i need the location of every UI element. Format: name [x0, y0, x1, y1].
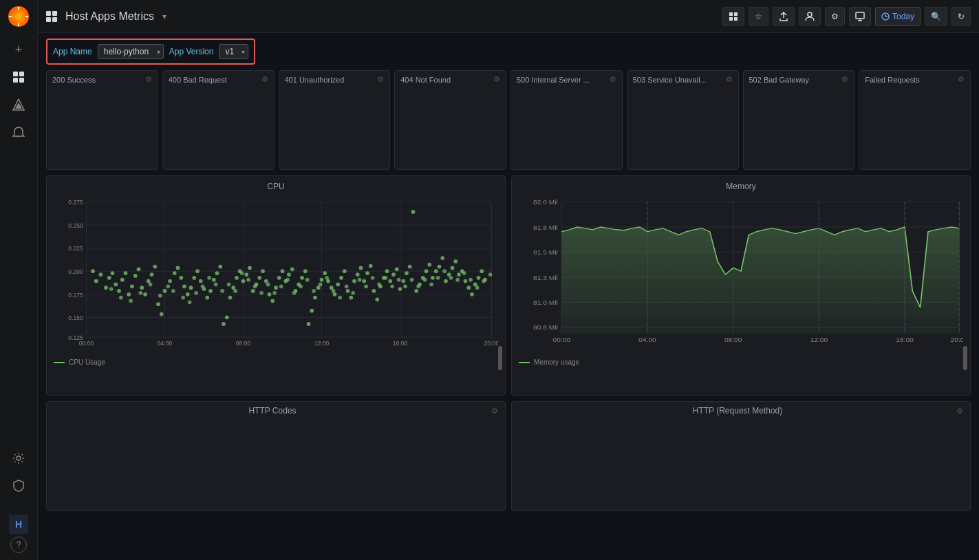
svg-point-212	[397, 278, 401, 282]
panel-500-title: 500 Internal Server ...	[517, 76, 590, 84]
dashboard-list-btn[interactable]	[722, 7, 744, 26]
grafana-logo[interactable]	[8, 6, 30, 28]
panel-failed-gear[interactable]: ⚙	[958, 75, 965, 84]
panel-failed-body	[859, 87, 970, 169]
svg-point-143	[395, 267, 399, 271]
settings-btn[interactable]: ⚙	[825, 7, 845, 26]
svg-point-83	[199, 279, 203, 283]
svg-text:81.3 Mil: 81.3 Mil	[533, 274, 558, 281]
svg-point-126	[339, 276, 343, 280]
cpu-scrollbar[interactable]	[498, 346, 502, 370]
svg-point-187	[233, 289, 237, 293]
cpu-chart-title: CPU	[54, 182, 498, 191]
settings-icon[interactable]	[6, 446, 31, 471]
http-codes-gear[interactable]: ⚙	[491, 407, 498, 416]
panel-401-gear[interactable]: ⚙	[377, 75, 384, 84]
user-btn[interactable]	[799, 7, 821, 26]
svg-point-111	[290, 267, 294, 271]
svg-point-200	[319, 283, 323, 287]
svg-point-123	[330, 286, 334, 290]
svg-point-85	[205, 296, 209, 300]
svg-point-129	[349, 296, 353, 300]
shield-icon[interactable]	[6, 473, 31, 498]
panel-200-gear[interactable]: ⚙	[145, 75, 152, 84]
svg-point-167	[473, 283, 477, 287]
svg-point-220	[449, 276, 453, 280]
add-icon[interactable]: +	[6, 37, 31, 62]
today-btn[interactable]: Today	[875, 7, 921, 26]
content-area: App Name hello-python hello-node hello-j…	[38, 33, 979, 560]
panel-500-gear[interactable]: ⚙	[610, 75, 616, 84]
page-title: Host Apps Metrics	[65, 10, 154, 23]
panel-502: 502 Bad Gateway ⚙	[743, 70, 855, 170]
app-name-select[interactable]: hello-python hello-node hello-java	[98, 44, 164, 59]
svg-point-188	[240, 271, 244, 275]
panel-404: 404 Not Found ⚙	[394, 70, 506, 170]
svg-point-89	[218, 265, 222, 269]
svg-point-135	[369, 264, 373, 268]
svg-point-168	[477, 276, 481, 280]
svg-point-62	[127, 292, 131, 297]
app-version-select[interactable]: v1 v2 v3	[219, 44, 248, 59]
svg-text:16:00: 16:00	[393, 340, 408, 347]
svg-point-68	[147, 279, 151, 283]
panel-502-gear[interactable]: ⚙	[841, 75, 848, 84]
svg-point-65	[137, 267, 141, 271]
explore-icon[interactable]	[6, 92, 31, 117]
svg-point-104	[268, 292, 272, 297]
svg-point-52	[91, 269, 95, 273]
svg-point-178	[171, 289, 175, 293]
svg-point-224	[475, 286, 480, 290]
alerting-icon[interactable]	[6, 120, 31, 144]
dashboard-icon[interactable]	[6, 65, 31, 89]
svg-point-165	[466, 286, 471, 290]
svg-point-209	[377, 283, 381, 287]
memory-legend: Memory usage	[519, 358, 963, 366]
grafana-hub-icon[interactable]: H	[9, 515, 28, 534]
svg-point-216	[423, 278, 427, 282]
svg-point-81	[192, 276, 196, 280]
svg-text:82.0 Mil: 82.0 Mil	[533, 199, 558, 206]
svg-point-82	[195, 269, 200, 273]
svg-point-159	[447, 272, 451, 277]
svg-point-80	[189, 286, 193, 290]
svg-point-121	[323, 271, 327, 275]
svg-point-158	[444, 279, 448, 283]
svg-point-206	[358, 278, 362, 282]
panel-404-gear[interactable]: ⚙	[493, 75, 500, 84]
svg-point-147	[408, 265, 412, 269]
refresh-btn[interactable]: ↻	[951, 7, 971, 26]
svg-point-64	[133, 274, 138, 278]
monitor-btn[interactable]	[849, 7, 871, 26]
svg-text:16:00: 16:00	[896, 336, 914, 343]
search-btn[interactable]: 🔍	[925, 7, 947, 26]
topbar-actions: ☆ ⚙ Today 🔍 ↻	[722, 7, 971, 26]
svg-point-19	[808, 12, 812, 17]
svg-point-71	[156, 302, 160, 306]
panel-503-gear[interactable]: ⚙	[726, 75, 733, 84]
title-chevron[interactable]: ▾	[162, 12, 166, 21]
svg-point-54	[99, 272, 103, 277]
http-method-gear[interactable]: ⚙	[956, 407, 963, 416]
http-codes-title: HTTP Codes	[54, 406, 491, 416]
svg-point-218	[436, 276, 440, 280]
help-icon[interactable]: ?	[10, 537, 27, 553]
panel-401: 401 Unauthorized ⚙	[279, 70, 391, 170]
svg-point-176	[158, 294, 162, 298]
svg-point-118	[313, 296, 317, 300]
svg-point-208	[371, 276, 375, 280]
svg-point-217	[429, 283, 433, 287]
svg-point-76	[176, 266, 180, 270]
svg-point-133	[362, 279, 366, 283]
memory-legend-label: Memory usage	[534, 358, 579, 366]
star-btn[interactable]: ☆	[749, 7, 768, 26]
svg-point-75	[173, 271, 177, 275]
memory-scrollbar[interactable]	[963, 346, 967, 370]
panel-401-title: 401 Unauthorized	[285, 76, 345, 84]
svg-text:08:00: 08:00	[724, 336, 742, 343]
svg-point-198	[305, 278, 310, 282]
svg-text:20:00: 20:00	[484, 340, 498, 347]
svg-point-74	[168, 279, 172, 283]
panel-400-gear[interactable]: ⚙	[261, 75, 268, 84]
share-btn[interactable]	[773, 7, 795, 26]
